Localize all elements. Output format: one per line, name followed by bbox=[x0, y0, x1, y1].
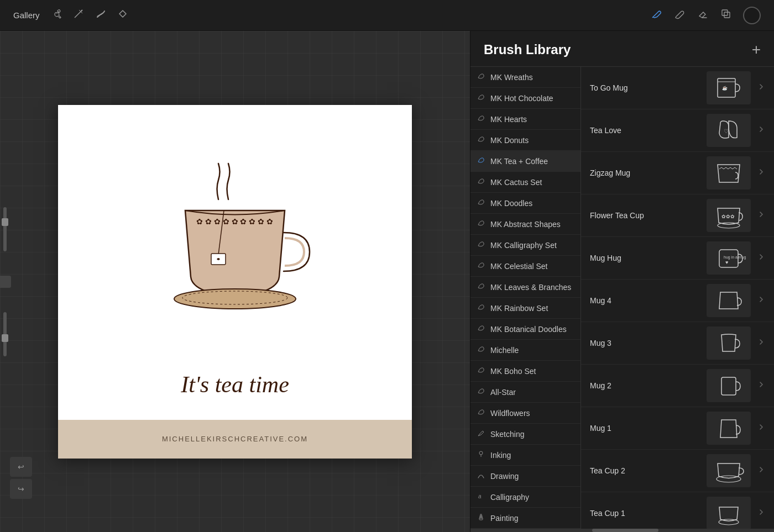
brush-icon bbox=[477, 450, 485, 460]
brush-set-item[interactable]: MK Tea + Coffee bbox=[470, 151, 580, 172]
magic-wand-icon[interactable] bbox=[73, 8, 84, 22]
tea-cup-illustration: ✿ ✿ ✿ ✿ ✿ ✿ ✿ ✿ ✿ bbox=[80, 127, 390, 366]
brush-set-item[interactable]: MK Cactus Set bbox=[470, 172, 580, 193]
brush-set-label: MK Boho Set bbox=[490, 367, 536, 376]
brush-set-label: MK Wreaths bbox=[490, 73, 533, 82]
canvas-area: ↩ ↪ ✿ ✿ ✿ ✿ ✿ ✿ ✿ ✿ ✿ bbox=[0, 31, 470, 532]
brush-set-label: All-Star bbox=[490, 388, 516, 397]
brush-set-item[interactable]: MK Rainbow Set bbox=[470, 298, 580, 319]
brush-set-item[interactable]: Drawing bbox=[470, 466, 580, 487]
brush-select-chevron-icon bbox=[757, 381, 765, 391]
brush-icon: a bbox=[477, 492, 485, 502]
brush-set-item[interactable]: Sketching bbox=[470, 424, 580, 445]
brush-preview-item[interactable]: Mug 3 bbox=[581, 322, 774, 365]
brush-set-item[interactable]: Painting bbox=[470, 508, 580, 529]
brush-set-item[interactable]: MK Doodles bbox=[470, 193, 580, 214]
brush-preview-item[interactable]: Tea Cup 1 bbox=[581, 492, 774, 529]
color-swatch[interactable] bbox=[743, 7, 761, 24]
brush-select-chevron-icon bbox=[757, 508, 765, 518]
layers-button[interactable] bbox=[720, 8, 732, 23]
brush-set-item[interactable]: aCalligraphy bbox=[470, 487, 580, 508]
move-icon[interactable] bbox=[117, 8, 128, 22]
gallery-button[interactable]: Gallery bbox=[13, 10, 40, 20]
brush-set-item[interactable]: MK Donuts bbox=[470, 130, 580, 151]
brush-preview-item[interactable]: Tea Cup 2 bbox=[581, 450, 774, 492]
brush-set-item[interactable]: MK Hot Chocolate bbox=[470, 88, 580, 109]
brush-icon bbox=[477, 156, 485, 166]
brush-set-item[interactable]: MK Celestial Set bbox=[470, 256, 580, 277]
brush-icon bbox=[477, 387, 485, 397]
brush-set-label: MK Donuts bbox=[490, 136, 529, 145]
brush-set-item[interactable]: Michelle bbox=[470, 340, 580, 361]
toolbar: Gallery bbox=[0, 0, 774, 31]
brush-icon bbox=[477, 429, 485, 439]
brush-thumbnail bbox=[707, 497, 751, 529]
brush-preview-item[interactable]: Mug 2 bbox=[581, 365, 774, 407]
brush-set-item[interactable]: MK Abstract Shapes bbox=[470, 214, 580, 235]
undo-button[interactable]: ↩ bbox=[10, 457, 32, 477]
redo-button[interactable]: ↪ bbox=[10, 479, 32, 499]
opacity-slider[interactable] bbox=[3, 312, 7, 356]
canvas-content: ✿ ✿ ✿ ✿ ✿ ✿ ✿ ✿ ✿ It's tea bbox=[58, 105, 412, 420]
brush-set-label: Painting bbox=[490, 514, 519, 523]
brush-set-label: MK Calligraphy Set bbox=[490, 241, 557, 250]
brush-thumbnail bbox=[707, 454, 751, 487]
brush-set-label: Michelle bbox=[490, 346, 519, 355]
brush-preview-item[interactable]: Flower Tea Cup ✿✿✿ bbox=[581, 194, 774, 237]
brush-preview-name: Mug Hug bbox=[590, 254, 700, 262]
canvas-footer: MICHELLEKIRSCHCREATIVE.COM bbox=[58, 420, 412, 459]
brush-set-label: Wildflowers bbox=[490, 409, 530, 418]
toolbar-left: Gallery bbox=[13, 8, 128, 22]
brush-icon bbox=[477, 219, 485, 229]
brush-preview-item[interactable]: Mug 1 bbox=[581, 407, 774, 450]
brush-icon bbox=[477, 303, 485, 313]
brush-select-chevron-icon bbox=[757, 423, 765, 433]
brush-tool-button[interactable] bbox=[673, 8, 686, 23]
brush-thumbnail bbox=[707, 156, 751, 189]
add-brush-button[interactable]: + bbox=[752, 42, 761, 57]
brush-set-item[interactable]: MK Boho Set bbox=[470, 361, 580, 382]
brush-icon bbox=[477, 513, 485, 523]
brush-select-chevron-icon bbox=[757, 296, 765, 305]
brush-preview-item[interactable]: Tea Love ♡ bbox=[581, 109, 774, 152]
brush-previews-list: To Go Mug ☕ Tea Love ♡ Zigzag Mug Flower… bbox=[581, 67, 774, 529]
brush-icon bbox=[477, 408, 485, 418]
svg-point-10 bbox=[174, 289, 296, 309]
brush-set-item[interactable]: MK Botanical Doodles bbox=[470, 319, 580, 340]
brush-select-chevron-icon bbox=[757, 168, 765, 178]
brush-preview-name: Tea Cup 1 bbox=[590, 509, 700, 518]
brush-icon bbox=[477, 261, 485, 271]
eraser-tool-button[interactable] bbox=[697, 8, 709, 23]
brush-set-item[interactable]: MK Calligraphy Set bbox=[470, 235, 580, 256]
brush-thumbnail bbox=[707, 369, 751, 402]
brush-preview-item[interactable]: Zigzag Mug bbox=[581, 152, 774, 194]
brush-set-item[interactable]: MK Hearts bbox=[470, 109, 580, 130]
brush-set-item[interactable]: MK Wreaths bbox=[470, 67, 580, 88]
wrench-icon[interactable] bbox=[51, 8, 62, 22]
brush-set-item[interactable]: MK Leaves & Branches bbox=[470, 277, 580, 298]
svg-point-28 bbox=[717, 476, 741, 482]
brush-set-item[interactable]: All-Star bbox=[470, 382, 580, 403]
svg-rect-27 bbox=[721, 377, 736, 395]
brush-preview-name: To Go Mug bbox=[590, 83, 700, 92]
brush-set-label: MK Hot Chocolate bbox=[490, 94, 553, 103]
side-square-button[interactable] bbox=[0, 276, 11, 288]
bottom-scrollbar[interactable] bbox=[470, 529, 774, 532]
brush-set-item[interactable]: Inking bbox=[470, 445, 580, 466]
brush-select-chevron-icon bbox=[757, 466, 765, 476]
brush-preview-item[interactable]: Mug 4 bbox=[581, 280, 774, 322]
brush-size-slider[interactable] bbox=[3, 207, 7, 251]
brush-library-panel: Brush Library + MK WreathsMK Hot Chocola… bbox=[470, 31, 774, 532]
brush-icon bbox=[477, 135, 485, 145]
brush-set-item[interactable]: Wildflowers bbox=[470, 403, 580, 424]
brush-thumbnail bbox=[707, 412, 751, 445]
smudge-icon[interactable] bbox=[95, 8, 106, 22]
brush-preview-item[interactable]: To Go Mug ☕ bbox=[581, 67, 774, 109]
brush-preview-item[interactable]: Mug Hug hug in a mug ♥ bbox=[581, 237, 774, 280]
canvas-image: ✿ ✿ ✿ ✿ ✿ ✿ ✿ ✿ ✿ It's tea bbox=[58, 105, 412, 459]
scroll-thumb bbox=[592, 529, 658, 532]
pen-tool-button[interactable] bbox=[650, 8, 662, 23]
svg-point-22 bbox=[718, 223, 740, 228]
svg-rect-5 bbox=[722, 10, 728, 15]
brush-set-label: MK Botanical Doodles bbox=[490, 325, 567, 334]
